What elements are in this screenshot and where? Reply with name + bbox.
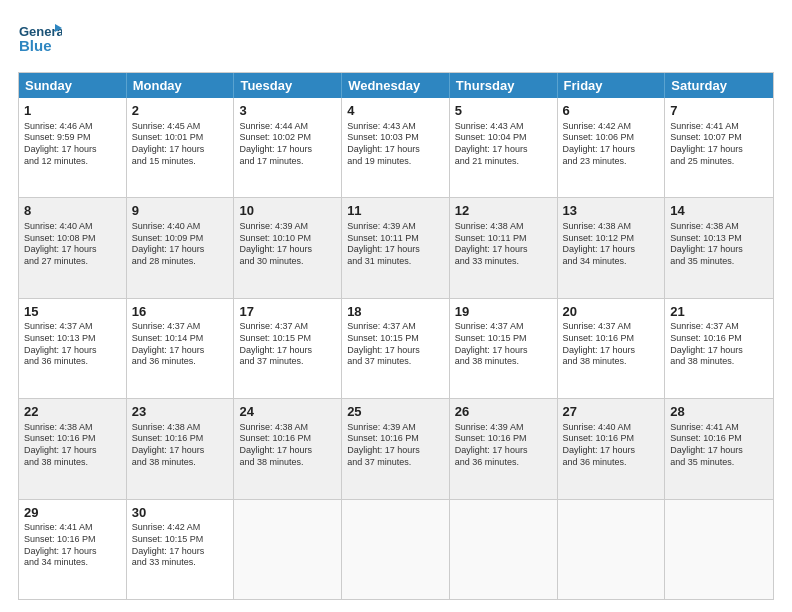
cell-info-line: and 35 minutes. <box>670 256 768 268</box>
weekday-header-thursday: Thursday <box>450 73 558 98</box>
cell-info-line: Daylight: 17 hours <box>239 144 336 156</box>
cell-info-line: Sunset: 10:15 PM <box>239 333 336 345</box>
day-number: 13 <box>563 202 660 220</box>
cell-info-line: Sunrise: 4:37 AM <box>132 321 229 333</box>
day-cell-21: 21Sunrise: 4:37 AMSunset: 10:16 PMDaylig… <box>665 299 773 398</box>
day-cell-29: 29Sunrise: 4:41 AMSunset: 10:16 PMDaylig… <box>19 500 127 599</box>
day-number: 18 <box>347 303 444 321</box>
cell-info-line: Daylight: 17 hours <box>563 144 660 156</box>
cell-info-line: Sunrise: 4:38 AM <box>563 221 660 233</box>
day-number: 10 <box>239 202 336 220</box>
day-number: 9 <box>132 202 229 220</box>
cell-info-line: Sunrise: 4:43 AM <box>455 121 552 133</box>
cell-info-line: Sunrise: 4:37 AM <box>239 321 336 333</box>
cell-info-line: and 33 minutes. <box>132 557 229 569</box>
day-cell-24: 24Sunrise: 4:38 AMSunset: 10:16 PMDaylig… <box>234 399 342 498</box>
cell-info-line: and 36 minutes. <box>24 356 121 368</box>
logo: General Blue <box>18 18 62 62</box>
day-number: 24 <box>239 403 336 421</box>
day-cell-28: 28Sunrise: 4:41 AMSunset: 10:16 PMDaylig… <box>665 399 773 498</box>
day-cell-4: 4Sunrise: 4:43 AMSunset: 10:03 PMDayligh… <box>342 98 450 197</box>
cell-info-line: and 34 minutes. <box>24 557 121 569</box>
cell-info-line: Sunset: 10:13 PM <box>670 233 768 245</box>
day-cell-26: 26Sunrise: 4:39 AMSunset: 10:16 PMDaylig… <box>450 399 558 498</box>
cell-info-line: Sunset: 10:09 PM <box>132 233 229 245</box>
day-cell-30: 30Sunrise: 4:42 AMSunset: 10:15 PMDaylig… <box>127 500 235 599</box>
calendar-row-1: 1Sunrise: 4:46 AMSunset: 9:59 PMDaylight… <box>19 98 773 197</box>
calendar-row-4: 22Sunrise: 4:38 AMSunset: 10:16 PMDaylig… <box>19 398 773 498</box>
calendar-row-2: 8Sunrise: 4:40 AMSunset: 10:08 PMDayligh… <box>19 197 773 297</box>
day-number: 29 <box>24 504 121 522</box>
cell-info-line: Daylight: 17 hours <box>455 244 552 256</box>
cell-info-line: Sunset: 10:15 PM <box>347 333 444 345</box>
cell-info-line: Sunrise: 4:38 AM <box>670 221 768 233</box>
cell-info-line: Sunset: 10:16 PM <box>132 433 229 445</box>
empty-cell <box>665 500 773 599</box>
logo-svg: General Blue <box>18 18 62 62</box>
cell-info-line: Sunrise: 4:42 AM <box>132 522 229 534</box>
cell-info-line: Sunrise: 4:40 AM <box>24 221 121 233</box>
day-cell-9: 9Sunrise: 4:40 AMSunset: 10:09 PMDayligh… <box>127 198 235 297</box>
cell-info-line: Daylight: 17 hours <box>347 144 444 156</box>
cell-info-line: Daylight: 17 hours <box>670 345 768 357</box>
cell-info-line: Daylight: 17 hours <box>24 244 121 256</box>
cell-info-line: Daylight: 17 hours <box>347 345 444 357</box>
cell-info-line: and 21 minutes. <box>455 156 552 168</box>
cell-info-line: Sunrise: 4:37 AM <box>455 321 552 333</box>
cell-info-line: and 17 minutes. <box>239 156 336 168</box>
day-cell-3: 3Sunrise: 4:44 AMSunset: 10:02 PMDayligh… <box>234 98 342 197</box>
cell-info-line: Daylight: 17 hours <box>670 144 768 156</box>
cell-info-line: and 33 minutes. <box>455 256 552 268</box>
cell-info-line: and 37 minutes. <box>347 356 444 368</box>
day-cell-5: 5Sunrise: 4:43 AMSunset: 10:04 PMDayligh… <box>450 98 558 197</box>
cell-info-line: Sunset: 10:16 PM <box>455 433 552 445</box>
day-number: 3 <box>239 102 336 120</box>
empty-cell <box>342 500 450 599</box>
cell-info-line: Sunrise: 4:41 AM <box>24 522 121 534</box>
cell-info-line: and 38 minutes. <box>239 457 336 469</box>
cell-info-line: Sunrise: 4:37 AM <box>563 321 660 333</box>
day-cell-6: 6Sunrise: 4:42 AMSunset: 10:06 PMDayligh… <box>558 98 666 197</box>
cell-info-line: Sunrise: 4:38 AM <box>239 422 336 434</box>
day-cell-20: 20Sunrise: 4:37 AMSunset: 10:16 PMDaylig… <box>558 299 666 398</box>
cell-info-line: and 34 minutes. <box>563 256 660 268</box>
calendar-row-3: 15Sunrise: 4:37 AMSunset: 10:13 PMDaylig… <box>19 298 773 398</box>
cell-info-line: and 36 minutes. <box>455 457 552 469</box>
day-cell-25: 25Sunrise: 4:39 AMSunset: 10:16 PMDaylig… <box>342 399 450 498</box>
cell-info-line: and 38 minutes. <box>132 457 229 469</box>
cell-info-line: Daylight: 17 hours <box>132 445 229 457</box>
cell-info-line: Daylight: 17 hours <box>239 244 336 256</box>
day-number: 20 <box>563 303 660 321</box>
day-cell-18: 18Sunrise: 4:37 AMSunset: 10:15 PMDaylig… <box>342 299 450 398</box>
cell-info-line: Sunrise: 4:39 AM <box>347 422 444 434</box>
day-number: 22 <box>24 403 121 421</box>
day-number: 17 <box>239 303 336 321</box>
day-cell-1: 1Sunrise: 4:46 AMSunset: 9:59 PMDaylight… <box>19 98 127 197</box>
cell-info-line: Sunset: 10:14 PM <box>132 333 229 345</box>
cell-info-line: Sunset: 10:12 PM <box>563 233 660 245</box>
day-number: 28 <box>670 403 768 421</box>
cell-info-line: Daylight: 17 hours <box>132 144 229 156</box>
cell-info-line: Daylight: 17 hours <box>347 445 444 457</box>
day-number: 5 <box>455 102 552 120</box>
cell-info-line: and 31 minutes. <box>347 256 444 268</box>
cell-info-line: Sunrise: 4:46 AM <box>24 121 121 133</box>
calendar-row-5: 29Sunrise: 4:41 AMSunset: 10:16 PMDaylig… <box>19 499 773 599</box>
cell-info-line: Daylight: 17 hours <box>239 345 336 357</box>
cell-info-line: Sunrise: 4:38 AM <box>455 221 552 233</box>
calendar-body: 1Sunrise: 4:46 AMSunset: 9:59 PMDaylight… <box>19 98 773 599</box>
cell-info-line: and 35 minutes. <box>670 457 768 469</box>
cell-info-line: Sunrise: 4:37 AM <box>347 321 444 333</box>
cell-info-line: Sunrise: 4:39 AM <box>455 422 552 434</box>
day-cell-12: 12Sunrise: 4:38 AMSunset: 10:11 PMDaylig… <box>450 198 558 297</box>
cell-info-line: Sunrise: 4:41 AM <box>670 121 768 133</box>
weekday-header-saturday: Saturday <box>665 73 773 98</box>
weekday-header-friday: Friday <box>558 73 666 98</box>
day-number: 21 <box>670 303 768 321</box>
day-cell-15: 15Sunrise: 4:37 AMSunset: 10:13 PMDaylig… <box>19 299 127 398</box>
cell-info-line: Sunset: 10:15 PM <box>132 534 229 546</box>
cell-info-line: Sunrise: 4:40 AM <box>132 221 229 233</box>
cell-info-line: Daylight: 17 hours <box>24 345 121 357</box>
day-cell-8: 8Sunrise: 4:40 AMSunset: 10:08 PMDayligh… <box>19 198 127 297</box>
calendar-header: SundayMondayTuesdayWednesdayThursdayFrid… <box>19 73 773 98</box>
